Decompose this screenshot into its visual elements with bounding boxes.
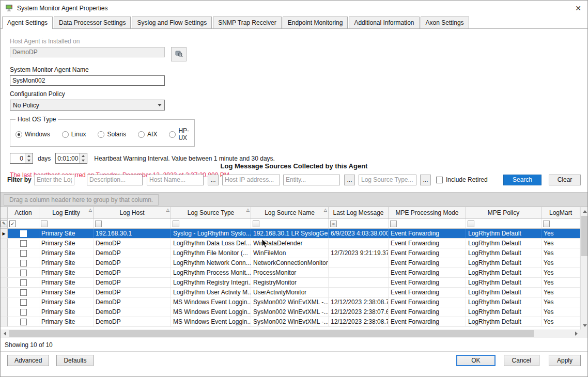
search-button[interactable]: Search — [503, 175, 541, 185]
horizontal-scroll-thumb[interactable] — [9, 330, 534, 337]
column-header-action[interactable]: Action — [8, 207, 39, 218]
row-checkbox[interactable] — [20, 319, 27, 325]
tab-agent-settings[interactable]: Agent Settings — [2, 17, 53, 29]
filter-icon[interactable] — [468, 221, 474, 227]
configuration-policy-select[interactable]: No Policy — [10, 100, 165, 111]
filter-icon[interactable] — [95, 221, 102, 227]
filter-icon[interactable] — [390, 221, 397, 227]
os-radio-aix[interactable]: AIX — [138, 131, 157, 138]
table-row[interactable]: Primary Site DemoDP MS Windows Event Log… — [1, 317, 580, 327]
table-row[interactable]: Primary Site DemoDP LogRhythm Data Loss … — [1, 239, 580, 248]
entity-browse-button[interactable]: ... — [344, 175, 355, 185]
row-checkbox[interactable] — [20, 299, 27, 306]
row-action-cell[interactable] — [8, 239, 39, 248]
ok-button[interactable]: OK — [456, 355, 495, 366]
heartbeat-time-spinner[interactable]: 0:01:00 — [55, 153, 87, 164]
host-name-browse-button[interactable]: ... — [208, 175, 219, 185]
include-retired-checkbox[interactable] — [436, 177, 443, 183]
apply-button[interactable]: Apply — [549, 355, 581, 366]
filter-icon[interactable] — [253, 221, 259, 227]
row-action-cell[interactable] — [8, 268, 39, 277]
spinner-arrows-icon[interactable] — [79, 153, 87, 163]
os-radio-solaris[interactable]: Solaris — [98, 131, 126, 138]
row-checkbox[interactable] — [20, 309, 27, 316]
table-row[interactable]: Primary Site DemoDP LogRhythm Process Mo… — [1, 268, 580, 278]
table-row[interactable]: Primary Site DemoDP LogRhythm Registry I… — [1, 278, 580, 288]
filter-log-host-cell[interactable] — [94, 219, 171, 228]
table-row[interactable]: Primary Site DemoDP MS Windows Event Log… — [1, 307, 580, 317]
tab-syslog-and-flow-settings[interactable]: Syslog and Flow Settings — [132, 17, 212, 28]
filter-action-cell[interactable]: ✓ — [8, 219, 39, 228]
row-checkbox[interactable] — [20, 230, 27, 237]
row-checkbox[interactable] — [20, 250, 27, 257]
column-header-mpe-policy[interactable]: MPE Policy — [466, 207, 541, 218]
row-checkbox[interactable] — [20, 270, 27, 276]
filter-icon[interactable] — [41, 221, 48, 227]
row-action-cell[interactable] — [8, 288, 39, 297]
filter-icon[interactable] — [173, 221, 179, 227]
include-retired-option[interactable]: Include Retired — [436, 176, 488, 183]
table-row[interactable]: ▶ Primary Site 192.168.30.1 Syslog - Log… — [1, 229, 580, 239]
filter-mpe-policy-cell[interactable] — [466, 219, 541, 228]
select-all-checkbox[interactable]: ✓ — [9, 221, 16, 227]
row-checkbox[interactable] — [20, 240, 27, 247]
description-filter-input[interactable] — [87, 175, 143, 185]
row-action-cell[interactable] — [8, 248, 39, 258]
select-host-button[interactable] — [171, 47, 187, 61]
horizontal-scrollbar[interactable] — [1, 329, 580, 338]
os-radio-hpux[interactable]: HP-UX — [169, 127, 190, 142]
tab-snmp-trap-receiver[interactable]: SNMP Trap Receiver — [213, 17, 281, 28]
entity-filter-input[interactable] — [283, 175, 340, 185]
row-action-cell[interactable] — [8, 229, 39, 238]
filter-mpe-processing-mode-cell[interactable] — [389, 219, 466, 228]
row-action-cell[interactable] — [8, 278, 39, 287]
spinner-arrows-icon[interactable] — [25, 153, 33, 163]
row-action-cell[interactable] — [8, 317, 39, 326]
table-row[interactable]: Primary Site DemoDP LogRhythm Network Co… — [1, 258, 580, 268]
scroll-right-icon[interactable] — [572, 329, 580, 338]
cancel-button[interactable]: Cancel — [504, 355, 539, 366]
row-checkbox[interactable] — [20, 279, 27, 286]
equals-operator-icon[interactable]: = — [330, 221, 337, 227]
row-action-cell[interactable] — [8, 307, 39, 317]
table-row[interactable]: Primary Site DemoDP LogRhythm File Monit… — [1, 248, 580, 258]
vertical-scroll-thumb[interactable] — [581, 216, 588, 256]
host-name-filter-input[interactable] — [147, 175, 204, 185]
close-icon[interactable]: ✕ — [569, 1, 587, 16]
os-radio-linux[interactable]: Linux — [62, 131, 86, 138]
column-header-mpe-processing-mode[interactable]: MPE Processing Mode — [389, 207, 466, 218]
filter-log-source-name-cell[interactable] — [251, 219, 329, 228]
tab-additional-information[interactable]: Additional Information — [349, 17, 419, 28]
filter-log-source-type-cell[interactable] — [171, 219, 251, 228]
column-header-log-entity[interactable]: Log Entity△ — [39, 207, 94, 218]
scroll-up-icon[interactable] — [581, 207, 588, 215]
table-row[interactable]: Primary Site DemoDP LogRhythm User Activ… — [1, 288, 580, 297]
heartbeat-days-spinner[interactable]: 0 — [10, 153, 33, 164]
agent-name-input[interactable] — [10, 75, 165, 86]
filter-logmart-cell[interactable] — [541, 219, 580, 228]
os-radio-windows[interactable]: Windows — [16, 131, 50, 138]
defaults-button[interactable]: Defaults — [56, 355, 94, 366]
scroll-left-icon[interactable] — [1, 329, 9, 338]
tab-data-processor-settings[interactable]: Data Processor Settings — [54, 17, 131, 28]
filter-last-log-message-cell[interactable]: = — [329, 219, 389, 228]
column-header-logmart[interactable]: LogMart — [541, 207, 580, 218]
tab-axon-settings[interactable]: Axon Settings — [421, 17, 469, 28]
column-header-last-log-message[interactable]: Last Log Message — [329, 207, 389, 218]
vertical-scrollbar[interactable] — [580, 207, 588, 329]
table-row[interactable]: Primary Site DemoDP MS Windows Event Log… — [1, 297, 580, 307]
row-action-cell[interactable] — [8, 258, 39, 268]
row-checkbox[interactable] — [20, 289, 27, 296]
host-ip-filter-input[interactable] — [222, 175, 280, 185]
clear-button[interactable]: Clear — [549, 175, 581, 185]
column-header-log-source-name[interactable]: Log Source Name△ — [251, 207, 329, 218]
advanced-button[interactable]: Advanced — [7, 355, 49, 366]
tab-endpoint-monitoring[interactable]: Endpoint Monitoring — [283, 17, 348, 28]
log-source-type-filter-input[interactable] — [359, 175, 416, 185]
filter-log-entity-cell[interactable] — [39, 219, 94, 228]
row-checkbox[interactable] — [20, 260, 27, 266]
log-source-filter-input[interactable] — [34, 175, 74, 185]
scroll-down-icon[interactable] — [581, 321, 588, 329]
filter-icon[interactable] — [543, 221, 550, 227]
column-header-log-host[interactable]: Log Host△ — [94, 207, 171, 218]
